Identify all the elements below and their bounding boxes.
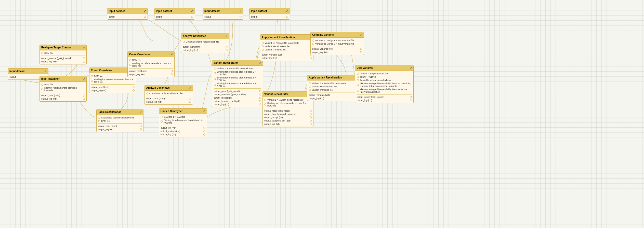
output-port[interactable]	[83, 61, 85, 63]
maximize-icon[interactable]: ⤢	[410, 66, 412, 70]
output-port[interactable]	[191, 16, 193, 18]
maximize-icon[interactable]: ⤢	[203, 110, 205, 113]
node-header[interactable]: Input dataset ⤢	[154, 8, 195, 14]
output-port[interactable]	[226, 46, 228, 48]
input-port[interactable]	[214, 84, 216, 86]
node-header[interactable]: Apply Variant Recalibration ⤢	[260, 35, 313, 40]
output-port[interactable]	[203, 133, 205, 136]
node-header[interactable]: Indel Realigner ⤢	[40, 76, 86, 82]
input-port[interactable]	[214, 72, 216, 74]
input-port[interactable]	[264, 103, 266, 105]
output-port[interactable]	[133, 89, 135, 91]
maximize-icon[interactable]: ⤢	[225, 34, 228, 38]
maximize-icon[interactable]: ⤢	[83, 46, 85, 49]
maximize-icon[interactable]: ⤢	[239, 9, 242, 13]
output-port[interactable]	[226, 49, 228, 51]
output-port[interactable]	[286, 16, 288, 18]
node-header[interactable]: Eval Variants ⤢	[355, 65, 413, 71]
output-port[interactable]	[310, 110, 312, 112]
node-header[interactable]: Input dataset ⤢	[8, 69, 48, 74]
maximize-icon[interactable]: ⤢	[144, 9, 146, 13]
node-header[interactable]: Count Covariates ⤢	[128, 52, 174, 57]
output-port[interactable]	[133, 86, 135, 88]
output-port[interactable]	[83, 57, 85, 59]
input-port[interactable]	[214, 68, 216, 70]
input-port[interactable]	[161, 116, 163, 118]
output-port[interactable]	[360, 48, 362, 50]
input-port[interactable]	[262, 45, 264, 47]
output-port[interactable]	[83, 98, 85, 100]
input-port[interactable]	[41, 84, 43, 86]
input-port[interactable]	[98, 120, 100, 122]
maximize-icon[interactable]: ⤢	[139, 110, 142, 114]
output-port[interactable]	[259, 97, 261, 99]
output-port[interactable]	[410, 96, 412, 98]
input-port[interactable]	[183, 41, 185, 43]
output-port[interactable]	[310, 113, 312, 115]
output-port[interactable]	[310, 116, 312, 118]
maximize-icon[interactable]: ⤢	[286, 9, 288, 13]
node-header[interactable]: Combine Variants ⤢	[311, 32, 364, 38]
maximize-icon[interactable]: ⤢	[360, 33, 362, 36]
maximize-icon[interactable]: ⤢	[83, 77, 85, 81]
output-port[interactable]	[189, 98, 191, 100]
output-port[interactable]	[189, 101, 191, 103]
node-header[interactable]: Input dataset ⤢	[203, 8, 243, 14]
output-port[interactable]	[259, 90, 261, 92]
output-port[interactable]	[259, 100, 261, 102]
output-port[interactable]	[310, 57, 312, 59]
input-port[interactable]	[309, 89, 311, 91]
input-port[interactable]	[262, 49, 264, 51]
node-header[interactable]: Apply Variant Recalibration ⤢	[307, 75, 360, 81]
output-port[interactable]	[259, 103, 261, 105]
output-port[interactable]	[310, 123, 312, 125]
node-header[interactable]: Input dataset ⤢	[249, 8, 290, 14]
node-header[interactable]: Variant Recalibrator ⤢	[263, 91, 313, 97]
input-port[interactable]	[309, 86, 311, 88]
input-port[interactable]	[129, 64, 131, 66]
output-port[interactable]	[203, 130, 205, 132]
output-port[interactable]	[140, 125, 142, 127]
node-header[interactable]: Unified Genotyper ⤢	[159, 109, 207, 114]
input-port[interactable]	[41, 88, 43, 90]
output-port[interactable]	[171, 70, 173, 72]
output-port[interactable]	[203, 127, 205, 129]
input-port[interactable]	[98, 117, 100, 119]
maximize-icon[interactable]: ⤢	[189, 86, 191, 89]
output-port[interactable]	[259, 93, 261, 96]
input-port[interactable]	[91, 80, 93, 82]
node-header[interactable]: Analyze Covariates ⤢	[181, 33, 229, 39]
output-port[interactable]	[144, 16, 146, 18]
input-port[interactable]	[357, 79, 359, 81]
input-port[interactable]	[146, 92, 148, 95]
input-port[interactable]	[91, 75, 93, 77]
input-port[interactable]	[41, 52, 43, 54]
output-port[interactable]	[240, 16, 242, 18]
input-port[interactable]	[264, 99, 266, 101]
node-header[interactable]: Input dataset ⤢	[107, 8, 148, 14]
node-header[interactable]: Analyze Covariates ⤢	[145, 85, 193, 91]
maximize-icon[interactable]: ⤢	[259, 61, 261, 64]
node-header[interactable]: Table Recalibration ⤢	[97, 109, 143, 115]
maximize-icon[interactable]: ⤢	[170, 53, 173, 56]
output-port[interactable]	[310, 120, 312, 122]
input-port[interactable]	[129, 59, 131, 61]
output-port[interactable]	[360, 51, 362, 53]
input-port[interactable]	[262, 42, 264, 44]
output-port[interactable]	[171, 73, 173, 75]
output-port[interactable]	[140, 128, 142, 130]
node-header[interactable]: Realigner Target Creator ⤢	[40, 45, 86, 50]
input-port[interactable]	[357, 76, 359, 78]
maximize-icon[interactable]: ⤢	[44, 70, 47, 73]
output-port[interactable]	[410, 99, 412, 101]
input-port[interactable]	[312, 39, 314, 42]
input-port[interactable]	[214, 78, 216, 80]
input-port[interactable]	[357, 73, 359, 75]
input-port[interactable]	[357, 84, 359, 86]
output-port[interactable]	[83, 95, 85, 97]
input-port[interactable]	[312, 43, 314, 45]
node-header[interactable]: Variant Recalibrator ⤢	[212, 60, 263, 66]
input-port[interactable]	[309, 82, 311, 84]
input-port[interactable]	[357, 90, 359, 92]
maximize-icon[interactable]: ⤢	[191, 9, 193, 13]
